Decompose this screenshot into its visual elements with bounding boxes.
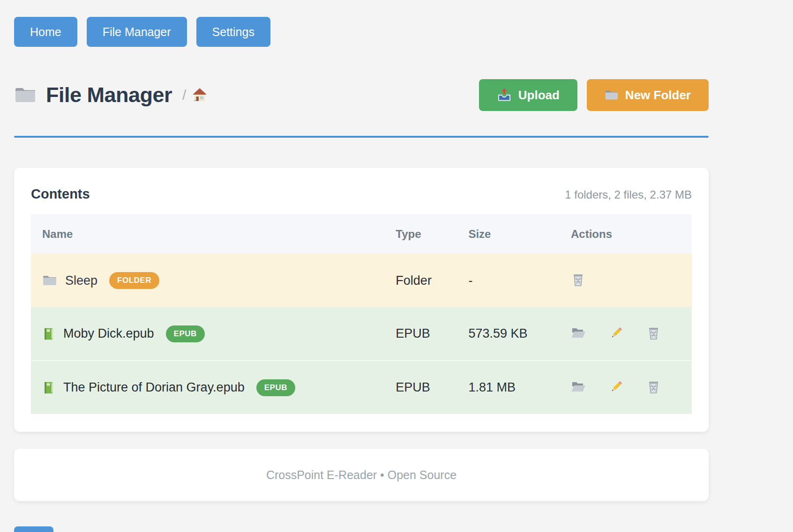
house-icon[interactable] bbox=[192, 87, 208, 103]
footer-card: CrossPoint E-Reader • Open Source bbox=[14, 449, 709, 501]
folder-icon bbox=[605, 88, 619, 102]
top-nav: Home File Manager Settings bbox=[14, 0, 709, 47]
name-cell: Sleep FOLDER bbox=[42, 272, 384, 289]
delete-button[interactable] bbox=[571, 273, 585, 288]
header-actions: Upload New Folder bbox=[479, 79, 709, 111]
folder-name-link[interactable]: Sleep bbox=[65, 273, 97, 288]
pencil-icon bbox=[609, 326, 623, 340]
delete-button[interactable] bbox=[646, 326, 661, 342]
header-divider bbox=[14, 136, 709, 138]
wastebasket-icon bbox=[571, 273, 585, 287]
page-container: Home File Manager Settings File Manager … bbox=[14, 0, 709, 501]
column-header-name: Name bbox=[31, 214, 384, 254]
size-cell: 573.59 KB bbox=[457, 307, 560, 361]
title-group: File Manager / bbox=[14, 83, 208, 107]
move-button[interactable] bbox=[571, 379, 586, 396]
size-cell: 1.81 MB bbox=[457, 361, 560, 414]
file-table: Name Type Size Actions bbox=[31, 214, 692, 414]
move-button[interactable] bbox=[571, 325, 586, 342]
page-title: File Manager bbox=[14, 83, 172, 107]
nav-file-manager-button[interactable]: File Manager bbox=[87, 17, 187, 47]
wastebasket-icon bbox=[646, 326, 661, 340]
open-folder-icon bbox=[571, 379, 586, 394]
new-folder-button[interactable]: New Folder bbox=[587, 79, 709, 111]
table-row: Sleep FOLDER Folder - bbox=[31, 254, 692, 307]
new-folder-button-label: New Folder bbox=[625, 88, 691, 103]
delete-button[interactable] bbox=[646, 380, 661, 396]
contents-title: Contents bbox=[31, 186, 90, 202]
type-cell: EPUB bbox=[384, 361, 457, 414]
column-header-type: Type bbox=[384, 214, 457, 254]
breadcrumb: / bbox=[182, 87, 208, 103]
epub-badge: EPUB bbox=[256, 379, 295, 396]
nav-settings-button[interactable]: Settings bbox=[196, 17, 270, 47]
table-header-row: Name Type Size Actions bbox=[31, 214, 692, 254]
footer-text: CrossPoint E-Reader • Open Source bbox=[266, 468, 456, 482]
wastebasket-icon bbox=[646, 380, 661, 394]
contents-card-head: Contents 1 folders, 2 files, 2.37 MB bbox=[31, 186, 692, 202]
page-title-text: File Manager bbox=[46, 83, 172, 107]
column-header-actions: Actions bbox=[560, 214, 692, 254]
upload-button[interactable]: Upload bbox=[479, 79, 577, 111]
upload-button-label: Upload bbox=[518, 88, 560, 103]
partial-button-bottom[interactable] bbox=[14, 526, 53, 532]
folder-badge: FOLDER bbox=[109, 272, 159, 289]
contents-card: Contents 1 folders, 2 files, 2.37 MB Nam… bbox=[14, 168, 709, 432]
folder-icon bbox=[42, 273, 57, 288]
page-header: File Manager / bbox=[14, 79, 709, 111]
open-folder-icon bbox=[571, 325, 586, 340]
name-cell: The Picture of Dorian Gray.epub EPUB bbox=[42, 379, 384, 396]
rename-button[interactable] bbox=[609, 380, 623, 395]
table-row: The Picture of Dorian Gray.epub EPUB EPU… bbox=[31, 361, 692, 414]
epub-badge: EPUB bbox=[166, 325, 205, 342]
contents-summary: 1 folders, 2 files, 2.37 MB bbox=[565, 188, 692, 201]
upload-tray-icon bbox=[497, 88, 512, 103]
breadcrumb-separator: / bbox=[182, 87, 186, 103]
type-cell: EPUB bbox=[384, 307, 457, 361]
folder-icon bbox=[14, 84, 37, 106]
nav-home-button[interactable]: Home bbox=[14, 17, 77, 47]
file-name: The Picture of Dorian Gray.epub bbox=[63, 380, 245, 395]
table-row: Moby Dick.epub EPUB EPUB 573.59 KB bbox=[31, 307, 692, 361]
name-cell: Moby Dick.epub EPUB bbox=[42, 325, 384, 342]
size-cell: - bbox=[457, 254, 560, 307]
column-header-size: Size bbox=[457, 214, 560, 254]
book-icon bbox=[42, 327, 55, 341]
rename-button[interactable] bbox=[609, 326, 623, 341]
type-cell: Folder bbox=[384, 254, 457, 307]
book-icon bbox=[42, 381, 55, 395]
file-name: Moby Dick.epub bbox=[63, 326, 154, 341]
pencil-icon bbox=[609, 380, 623, 394]
